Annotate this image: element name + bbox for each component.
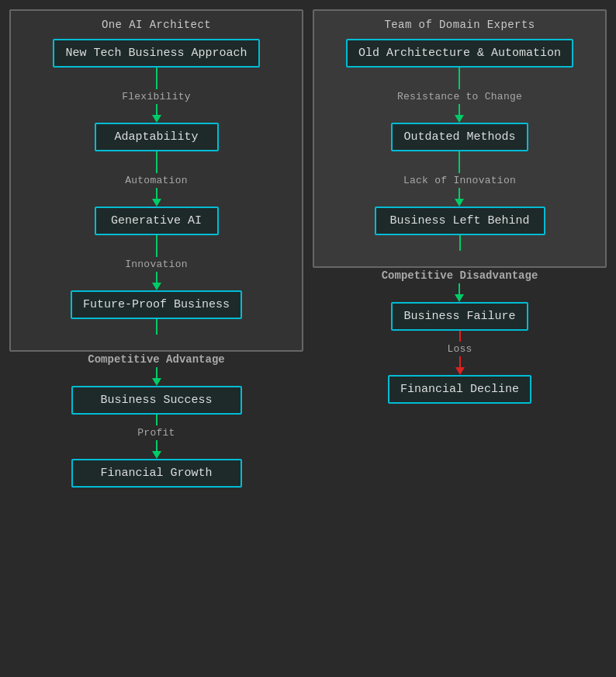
right-node-1: Old Architecture & Automation (346, 39, 573, 68)
main-container: One AI Architect New Tech Business Appro… (0, 0, 616, 677)
right-arrow-head-4 (455, 367, 465, 375)
left-arrow-line-1b (156, 104, 157, 115)
right-arrow-line-2b (459, 188, 460, 199)
left-arrow-4b: Competitive Advantage (88, 352, 224, 386)
left-node-5: Business Success (71, 386, 242, 415)
left-arrow-head-4 (152, 378, 161, 386)
left-arrow-5: Profit (137, 415, 175, 459)
left-arrow-4 (156, 319, 157, 335)
right-node-4: Business Failure (391, 302, 528, 331)
left-label-2: Automation (125, 173, 188, 188)
left-node-2: Adaptability (95, 123, 219, 151)
right-arrow-line-4b (459, 356, 461, 367)
right-section-title: Team of Domain Experts (384, 19, 535, 31)
left-arrow-1: Flexibility (122, 68, 191, 123)
left-below-section: Competitive Advantage Business Success P… (9, 352, 303, 488)
left-label-3: Innovation (125, 257, 188, 272)
left-arrow-head-3 (152, 283, 161, 290)
right-arrow-4: Loss (447, 331, 472, 375)
right-arrow-line-3b (459, 283, 460, 294)
left-arrow-line-1 (156, 68, 157, 89)
left-column: One AI Architect New Tech Business Appro… (9, 9, 303, 668)
left-inner-box: One AI Architect New Tech Business Appro… (9, 9, 303, 352)
right-arrow-3 (459, 235, 461, 251)
left-arrow-line-5b (156, 440, 157, 451)
left-arrow-line-5 (156, 415, 157, 425)
right-arrow-1: Resistance to Change (397, 68, 522, 123)
left-arrow-2: Automation (125, 151, 188, 207)
right-arrow-3b: Competitive Disadvantage (382, 268, 538, 302)
left-arrow-head-1 (152, 115, 161, 123)
right-node-2: Outdated Methods (391, 123, 528, 151)
left-label-5: Profit (137, 425, 175, 440)
right-arrow-head-2 (455, 199, 464, 207)
right-arrow-line-2 (459, 151, 460, 173)
right-arrow-line-4 (459, 331, 461, 342)
left-section-title: One AI Architect (102, 19, 211, 31)
left-arrow-line-3 (156, 235, 157, 257)
left-arrow-3: Innovation (125, 235, 188, 290)
right-label-1: Resistance to Change (397, 89, 522, 104)
right-arrow-line-1b (459, 104, 460, 115)
left-label-1: Flexibility (122, 89, 191, 104)
left-arrow-head-2 (152, 199, 161, 207)
right-arrow-line-1 (459, 68, 460, 89)
left-arrow-line-2 (156, 151, 157, 173)
right-arrow-line-3 (459, 235, 461, 251)
left-node-6: Financial Growth (71, 459, 242, 488)
right-inner-box: Team of Domain Experts Old Architecture … (313, 9, 607, 268)
right-arrow-2: Lack of Innovation (403, 151, 516, 207)
left-arrow-line-2b (156, 188, 157, 199)
left-node-3: Generative AI (95, 207, 219, 235)
left-arrow-head-5 (152, 451, 161, 459)
right-label-2: Lack of Innovation (403, 173, 516, 188)
left-arrow-line-4b (156, 367, 157, 378)
right-label-4: Loss (447, 342, 472, 356)
left-node-4: Future-Proof Business (71, 290, 242, 319)
right-arrow-head-3 (455, 294, 464, 302)
right-node-3: Business Left Behind (375, 207, 545, 235)
right-arrow-head-1 (455, 115, 464, 123)
right-column: Team of Domain Experts Old Architecture … (313, 9, 607, 668)
left-arrow-line-3b (156, 272, 157, 283)
left-arrow-line-4 (156, 319, 157, 335)
right-below-section: Competitive Disadvantage Business Failur… (313, 268, 607, 404)
left-node-1: New Tech Business Approach (53, 39, 259, 68)
left-label-4: Competitive Advantage (88, 352, 224, 367)
right-label-3: Competitive Disadvantage (382, 268, 538, 283)
right-node-5: Financial Decline (388, 375, 531, 404)
